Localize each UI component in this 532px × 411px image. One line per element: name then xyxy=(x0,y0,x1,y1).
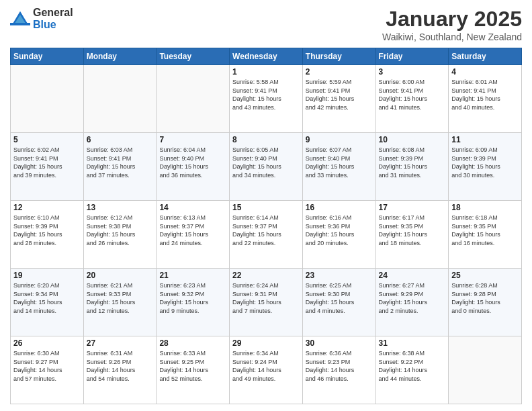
table-row: 20Sunrise: 6:21 AMSunset: 9:33 PMDayligh… xyxy=(83,269,157,336)
table-row: 31Sunrise: 6:38 AMSunset: 9:22 PMDayligh… xyxy=(375,336,449,404)
day-number: 19 xyxy=(13,271,81,280)
day-info: Sunrise: 6:28 AMSunset: 9:28 PMDaylight:… xyxy=(451,281,519,315)
day-info: Sunrise: 6:09 AMSunset: 9:39 PMDaylight:… xyxy=(451,146,519,179)
table-row: 21Sunrise: 6:23 AMSunset: 9:32 PMDayligh… xyxy=(157,269,230,336)
day-number: 1 xyxy=(232,67,300,77)
table-row: 13Sunrise: 6:12 AMSunset: 9:38 PMDayligh… xyxy=(83,201,157,269)
day-number: 30 xyxy=(306,338,373,348)
day-info: Sunrise: 5:59 AMSunset: 9:41 PMDaylight:… xyxy=(306,78,373,111)
table-row xyxy=(157,65,230,133)
day-info: Sunrise: 6:00 AMSunset: 9:41 PMDaylight:… xyxy=(379,78,446,111)
title-block: January 2025 Waikiwi, Southland, New Zea… xyxy=(382,7,522,42)
location-subtitle: Waikiwi, Southland, New Zealand xyxy=(382,32,522,42)
calendar-week-row: 1Sunrise: 5:58 AMSunset: 9:41 PMDaylight… xyxy=(11,65,522,133)
table-row: 11Sunrise: 6:09 AMSunset: 9:39 PMDayligh… xyxy=(449,133,522,201)
day-info: Sunrise: 6:20 AMSunset: 9:34 PMDaylight:… xyxy=(13,281,81,315)
day-info: Sunrise: 6:34 AMSunset: 9:24 PMDaylight:… xyxy=(232,349,300,383)
col-saturday: Saturday xyxy=(449,48,522,65)
day-info: Sunrise: 6:30 AMSunset: 9:27 PMDaylight:… xyxy=(13,349,81,383)
table-row: 28Sunrise: 6:33 AMSunset: 9:25 PMDayligh… xyxy=(157,336,230,404)
calendar-week-row: 19Sunrise: 6:20 AMSunset: 9:34 PMDayligh… xyxy=(11,269,522,336)
day-number: 20 xyxy=(87,271,154,280)
table-row: 15Sunrise: 6:14 AMSunset: 9:37 PMDayligh… xyxy=(230,201,303,269)
col-friday: Friday xyxy=(375,48,449,65)
day-info: Sunrise: 6:25 AMSunset: 9:30 PMDaylight:… xyxy=(306,281,373,315)
table-row: 18Sunrise: 6:18 AMSunset: 9:35 PMDayligh… xyxy=(449,201,522,269)
day-info: Sunrise: 6:12 AMSunset: 9:38 PMDaylight:… xyxy=(87,214,154,247)
table-row: 2Sunrise: 5:59 AMSunset: 9:41 PMDaylight… xyxy=(302,65,375,133)
day-info: Sunrise: 6:24 AMSunset: 9:31 PMDaylight:… xyxy=(232,281,300,315)
day-info: Sunrise: 6:36 AMSunset: 9:23 PMDaylight:… xyxy=(306,349,373,383)
logo-general: General xyxy=(33,7,73,19)
col-wednesday: Wednesday xyxy=(230,48,303,65)
day-number: 14 xyxy=(159,203,226,212)
day-info: Sunrise: 6:31 AMSunset: 9:26 PMDaylight:… xyxy=(87,349,154,383)
day-number: 22 xyxy=(232,271,300,280)
day-number: 26 xyxy=(13,338,81,348)
table-row: 4Sunrise: 6:01 AMSunset: 9:41 PMDaylight… xyxy=(449,65,522,133)
table-row: 5Sunrise: 6:02 AMSunset: 9:41 PMDaylight… xyxy=(11,133,84,201)
day-info: Sunrise: 6:14 AMSunset: 9:37 PMDaylight:… xyxy=(232,214,300,247)
day-number: 12 xyxy=(13,203,81,212)
table-row xyxy=(449,336,522,404)
day-info: Sunrise: 6:02 AMSunset: 9:41 PMDaylight:… xyxy=(13,146,81,179)
day-info: Sunrise: 6:33 AMSunset: 9:25 PMDaylight:… xyxy=(159,349,226,383)
day-number: 5 xyxy=(13,135,81,144)
day-number: 31 xyxy=(379,338,446,348)
day-number: 27 xyxy=(87,338,154,348)
day-number: 2 xyxy=(306,67,373,77)
day-info: Sunrise: 6:27 AMSunset: 9:29 PMDaylight:… xyxy=(379,281,446,315)
calendar-table: Sunday Monday Tuesday Wednesday Thursday… xyxy=(10,48,522,404)
header: General Blue January 2025 Waikiwi, South… xyxy=(10,7,522,42)
col-sunday: Sunday xyxy=(11,48,84,65)
table-row: 9Sunrise: 6:07 AMSunset: 9:40 PMDaylight… xyxy=(302,133,375,201)
logo: General Blue xyxy=(10,7,73,30)
table-row: 14Sunrise: 6:13 AMSunset: 9:37 PMDayligh… xyxy=(157,201,230,269)
table-row: 26Sunrise: 6:30 AMSunset: 9:27 PMDayligh… xyxy=(11,336,84,404)
table-row: 7Sunrise: 6:04 AMSunset: 9:40 PMDaylight… xyxy=(157,133,230,201)
day-info: Sunrise: 6:17 AMSunset: 9:35 PMDaylight:… xyxy=(379,214,446,247)
page: General Blue January 2025 Waikiwi, South… xyxy=(0,0,532,411)
day-number: 29 xyxy=(232,338,300,348)
day-number: 6 xyxy=(87,135,154,144)
calendar-header-row: Sunday Monday Tuesday Wednesday Thursday… xyxy=(11,48,522,65)
svg-rect-2 xyxy=(10,23,30,26)
table-row: 17Sunrise: 6:17 AMSunset: 9:35 PMDayligh… xyxy=(375,201,449,269)
day-info: Sunrise: 6:08 AMSunset: 9:39 PMDaylight:… xyxy=(379,146,446,179)
day-info: Sunrise: 6:16 AMSunset: 9:36 PMDaylight:… xyxy=(306,214,373,247)
day-info: Sunrise: 6:38 AMSunset: 9:22 PMDaylight:… xyxy=(379,349,446,383)
day-number: 24 xyxy=(379,271,446,280)
day-info: Sunrise: 6:13 AMSunset: 9:37 PMDaylight:… xyxy=(159,214,226,247)
day-info: Sunrise: 6:01 AMSunset: 9:41 PMDaylight:… xyxy=(451,78,519,111)
table-row: 29Sunrise: 6:34 AMSunset: 9:24 PMDayligh… xyxy=(230,336,303,404)
calendar-week-row: 12Sunrise: 6:10 AMSunset: 9:39 PMDayligh… xyxy=(11,201,522,269)
day-info: Sunrise: 6:05 AMSunset: 9:40 PMDaylight:… xyxy=(232,146,300,179)
table-row: 27Sunrise: 6:31 AMSunset: 9:26 PMDayligh… xyxy=(83,336,157,404)
table-row: 12Sunrise: 6:10 AMSunset: 9:39 PMDayligh… xyxy=(11,201,84,269)
calendar-week-row: 5Sunrise: 6:02 AMSunset: 9:41 PMDaylight… xyxy=(11,133,522,201)
day-info: Sunrise: 6:10 AMSunset: 9:39 PMDaylight:… xyxy=(13,214,81,247)
table-row: 22Sunrise: 6:24 AMSunset: 9:31 PMDayligh… xyxy=(230,269,303,336)
day-number: 28 xyxy=(159,338,226,348)
day-info: Sunrise: 6:21 AMSunset: 9:33 PMDaylight:… xyxy=(87,281,154,315)
table-row: 19Sunrise: 6:20 AMSunset: 9:34 PMDayligh… xyxy=(11,269,84,336)
day-number: 3 xyxy=(379,67,446,77)
day-number: 15 xyxy=(232,203,300,212)
day-number: 23 xyxy=(306,271,373,280)
table-row xyxy=(11,65,84,133)
day-info: Sunrise: 6:07 AMSunset: 9:40 PMDaylight:… xyxy=(306,146,373,179)
day-number: 21 xyxy=(159,271,226,280)
month-title: January 2025 xyxy=(382,7,522,32)
day-info: Sunrise: 5:58 AMSunset: 9:41 PMDaylight:… xyxy=(232,78,300,111)
table-row: 6Sunrise: 6:03 AMSunset: 9:41 PMDaylight… xyxy=(83,133,157,201)
col-thursday: Thursday xyxy=(302,48,375,65)
table-row: 16Sunrise: 6:16 AMSunset: 9:36 PMDayligh… xyxy=(302,201,375,269)
day-number: 18 xyxy=(451,203,519,212)
day-number: 9 xyxy=(306,135,373,144)
day-info: Sunrise: 6:18 AMSunset: 9:35 PMDaylight:… xyxy=(451,214,519,247)
day-number: 25 xyxy=(451,271,519,280)
table-row: 25Sunrise: 6:28 AMSunset: 9:28 PMDayligh… xyxy=(449,269,522,336)
day-number: 16 xyxy=(306,203,373,212)
logo-blue: Blue xyxy=(33,19,73,31)
day-number: 4 xyxy=(451,67,519,77)
